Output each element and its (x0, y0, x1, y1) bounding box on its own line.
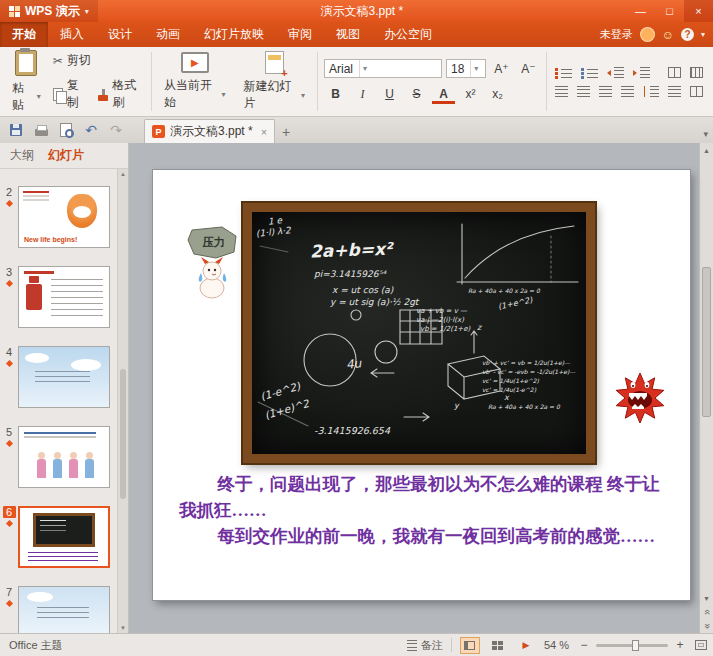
minimize-button[interactable]: — (626, 0, 655, 22)
play-from-current-button[interactable]: ▶ 从当前开始 ▾ (158, 50, 232, 113)
grow-font-button[interactable]: A⁺ (490, 59, 513, 78)
tab-office-space[interactable]: 办公空间 (372, 22, 444, 47)
slide-thumbnail-4[interactable]: 4 (2, 346, 110, 408)
normal-view-button[interactable] (460, 637, 480, 654)
scroll-down-button[interactable]: ▼ (700, 591, 713, 605)
wps-account-icon[interactable] (640, 27, 655, 42)
maximize-button[interactable]: □ (655, 0, 684, 22)
bold-button[interactable]: B (324, 85, 347, 104)
zoom-slider-thumb[interactable] (632, 640, 639, 651)
current-slide[interactable]: 1 e (1·l) λ·2 2a+b=x² pi=3.1415926⁵⁴ x =… (153, 170, 690, 600)
zoom-out-button[interactable]: − (577, 638, 591, 652)
ribbon-collapse-icon[interactable]: ▾ (701, 30, 705, 39)
shrink-font-button[interactable]: A⁻ (517, 59, 540, 78)
numbered-list-button[interactable] (581, 67, 598, 78)
notes-toggle[interactable]: 备注 (407, 638, 443, 653)
zoom-slider[interactable] (596, 644, 668, 647)
format-painter-button[interactable]: 格式刷 (98, 77, 145, 111)
font-size-select[interactable]: 18 ▾ (446, 59, 486, 78)
slide-text-block[interactable]: 终于，问题出现了，那些最初以为不怎么难的课程 终于让我抓狂…… 每到交作业的前一… (179, 472, 670, 550)
slide-thumbnail-preview[interactable] (18, 506, 110, 568)
tab-insert[interactable]: 插入 (48, 22, 96, 47)
slide-canvas[interactable]: 1 e (1·l) λ·2 2a+b=x² pi=3.1415926⁵⁴ x =… (129, 143, 699, 633)
new-tab-button[interactable]: + (275, 120, 297, 143)
tab-view[interactable]: 视图 (324, 22, 372, 47)
blackboard-image[interactable]: 1 e (1·l) λ·2 2a+b=x² pi=3.1415926⁵⁴ x =… (243, 203, 595, 463)
vertical-scrollbar[interactable]: ▲ ▼ « » (699, 143, 713, 633)
underline-button[interactable]: U (378, 85, 401, 104)
strikethrough-button[interactable]: S (405, 85, 428, 104)
print-preview-button[interactable] (58, 120, 74, 140)
slide-thumbnail-6[interactable]: 6 (2, 506, 110, 568)
slide-thumbnail-preview[interactable] (18, 346, 110, 408)
tab-list-button[interactable]: ▾ (703, 129, 708, 139)
font-family-select[interactable]: Arial ▾ (324, 59, 442, 78)
tab-review[interactable]: 审阅 (276, 22, 324, 47)
align-left-button[interactable] (555, 86, 568, 97)
slide-sorter-view-button[interactable] (488, 637, 508, 654)
align-right-button[interactable] (599, 86, 612, 97)
save-button[interactable] (8, 120, 24, 140)
tab-slideshow[interactable]: 幻灯片放映 (192, 22, 276, 47)
feedback-smiley-icon[interactable]: ☺ (662, 28, 674, 42)
outline-tab[interactable]: 大纲 (10, 147, 34, 164)
columns-button[interactable] (668, 67, 681, 78)
statusbar-right-cluster: 备注 ▶ 54 % − + (407, 637, 713, 654)
notes-icon (407, 640, 417, 651)
pressure-character-image[interactable]: 压力 (186, 226, 241, 304)
tab-design[interactable]: 设计 (96, 22, 144, 47)
help-icon[interactable]: ? (681, 28, 694, 41)
slide-thumbnail-preview[interactable] (18, 426, 110, 488)
superscript-button[interactable]: x² (459, 85, 482, 104)
zoom-in-button[interactable]: + (673, 638, 687, 652)
sidebar-scrollbar[interactable]: ▲ ▼ (117, 169, 128, 633)
scroll-up-button[interactable]: ▲ (700, 143, 713, 157)
sidebar-scroll-up-icon[interactable]: ▲ (120, 169, 126, 179)
distributed-align-button[interactable] (668, 86, 681, 97)
cut-button[interactable]: ✂ 剪切 (53, 52, 145, 69)
separator (451, 638, 452, 652)
slide-thumbnail-preview[interactable] (18, 586, 110, 633)
decrease-indent-button[interactable] (607, 67, 624, 78)
copy-button[interactable]: 复制 (53, 77, 89, 111)
slide-thumbnail-preview[interactable]: New life begins! (18, 186, 110, 248)
app-menu-button[interactable]: WPS 演示 ▾ (0, 0, 98, 22)
sidebar-scroll-down-icon[interactable]: ▼ (120, 623, 126, 633)
new-slide-button[interactable]: 新建幻灯片 ▾ (238, 49, 312, 114)
close-tab-button[interactable]: × (261, 126, 267, 138)
bullet-list-button[interactable] (555, 67, 572, 78)
screaming-character-image[interactable] (614, 370, 666, 428)
undo-button[interactable]: ↶ (83, 120, 99, 140)
slide-thumbnail-2[interactable]: 2 New life begins! (2, 186, 110, 248)
slides-tab[interactable]: 幻灯片 (48, 147, 84, 164)
vertical-scrollbar-thumb[interactable] (702, 267, 711, 417)
close-button[interactable]: × (684, 0, 713, 22)
subscript-button[interactable]: x₂ (486, 85, 509, 104)
slide-thumbnail-7[interactable]: 7 (2, 586, 110, 633)
slideshow-view-button[interactable]: ▶ (516, 637, 536, 654)
slide-thumbnail-preview[interactable] (18, 266, 110, 328)
fit-slide-button[interactable] (695, 640, 707, 650)
text-direction-button[interactable] (690, 67, 703, 78)
slide-thumbnail-3[interactable]: 3 (2, 266, 110, 328)
print-button[interactable] (33, 120, 49, 140)
tab-home[interactable]: 开始 (0, 22, 48, 47)
chevron-down-icon: ▾ (470, 60, 478, 77)
text-box-layout-button[interactable] (690, 86, 703, 97)
justify-button[interactable] (621, 86, 634, 97)
login-status[interactable]: 未登录 (600, 27, 633, 42)
redo-button[interactable]: ↷ (108, 120, 124, 140)
paste-button[interactable]: 粘贴 ▾ (6, 48, 47, 116)
previous-slide-button[interactable]: « (700, 605, 713, 619)
document-tab[interactable]: P 演示文稿3.ppt * × (144, 119, 275, 143)
animation-indicator (5, 200, 12, 207)
increase-indent-button[interactable] (633, 67, 650, 78)
italic-button[interactable]: I (351, 85, 374, 104)
tab-animation[interactable]: 动画 (144, 22, 192, 47)
font-color-button[interactable]: A (432, 86, 455, 104)
line-spacing-button[interactable] (643, 86, 659, 97)
sidebar-scrollbar-thumb[interactable] (120, 369, 126, 499)
slide-thumbnail-5[interactable]: 5 (2, 426, 110, 488)
next-slide-button[interactable]: » (700, 619, 713, 633)
align-center-button[interactable] (577, 86, 590, 97)
